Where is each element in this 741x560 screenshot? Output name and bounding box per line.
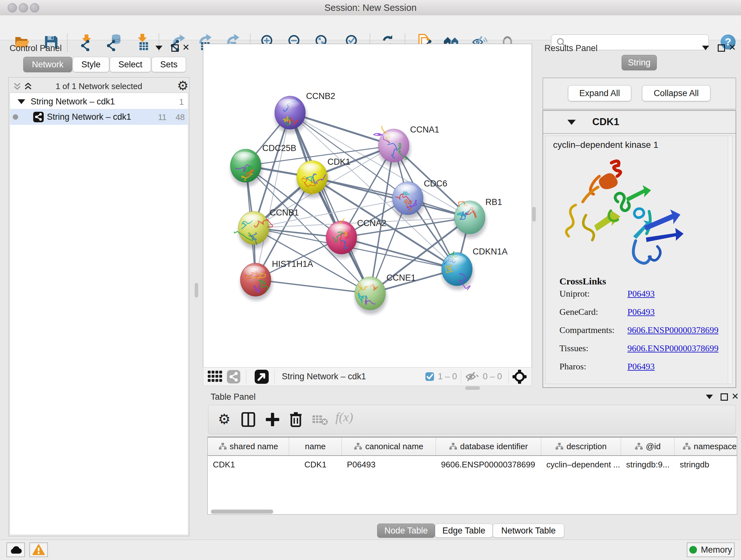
warning-status-button[interactable]: [29, 543, 48, 557]
node-label-CDC25B: CDC25B: [262, 143, 296, 153]
table-delete-column-icon-disabled: [313, 414, 328, 426]
column-header-name[interactable]: name: [289, 437, 342, 455]
crosslink-link[interactable]: 9606.ENSP00000378699: [627, 343, 718, 354]
node-label-CCNE1: CCNE1: [387, 273, 416, 283]
column-header-canonical-name[interactable]: canonical name: [342, 437, 436, 455]
crosslink-link[interactable]: P06493: [627, 307, 655, 317]
crosslink-label: Tissues:: [559, 343, 589, 354]
network-node-CDC25B[interactable]: CDC25B: [230, 143, 296, 186]
network-canvas[interactable]: CCNB2 CCNA1 CDC25B CDK1 CDC6: [203, 44, 532, 368]
results-panel-menu-icon[interactable]: [702, 46, 709, 50]
node-label-CDK1: CDK1: [327, 157, 350, 167]
open-in-new-window-icon[interactable]: [255, 370, 269, 384]
column-header--id[interactable]: @id: [621, 437, 675, 455]
left-splitter-handle[interactable]: [195, 283, 198, 298]
window-title: Session: New Session: [325, 3, 417, 13]
crosslink-row: Uniprot: P06493: [545, 289, 724, 301]
table-cell: 9606.ENSP00000378699: [436, 460, 541, 470]
network-node-CCNB1[interactable]: CCNB1: [234, 208, 299, 249]
control-panel-close-icon[interactable]: ✕: [182, 44, 190, 51]
table-panel-close-icon[interactable]: ✕: [731, 393, 739, 400]
table-cell: stringdb:9...: [621, 460, 675, 470]
table-row[interactable]: CDK1CDK1P064939606.ENSP00000378699cyclin…: [208, 456, 737, 473]
network-collection-row[interactable]: String Network – cdk1 1: [10, 94, 187, 109]
network-node-CDK1[interactable]: CDK1: [297, 157, 350, 198]
network-node-CDC6[interactable]: CDC6: [393, 179, 448, 219]
table-panel-float-icon[interactable]: [721, 393, 728, 401]
column-type-icon: [683, 442, 691, 450]
results-entry-header[interactable]: CDK1: [543, 111, 736, 134]
table-gear-icon[interactable]: ⚙: [218, 411, 230, 427]
network-node-CCNA1[interactable]: CCNA1: [374, 125, 440, 166]
node-table: shared namename canonical name database …: [207, 437, 737, 515]
network-node-HIST1H1A[interactable]: HIST1H1A: [240, 259, 313, 300]
memory-button[interactable]: Memory: [687, 543, 735, 557]
table-toolbar: ⚙ f(x): [208, 405, 736, 434]
control-panel-float-icon[interactable]: [172, 44, 179, 52]
results-scrollbar-track[interactable]: [728, 136, 732, 384]
crosslink-row: GeneCard: P06493: [545, 307, 724, 320]
column-header-shared-name[interactable]: shared name: [208, 437, 289, 455]
import-network-database-icon[interactable]: [105, 33, 123, 51]
hidden-eye-icon[interactable]: [465, 371, 479, 382]
entry-collapse-icon[interactable]: [567, 120, 576, 125]
window-minimize-traffic-light[interactable]: [19, 3, 28, 12]
tab-select[interactable]: Select: [110, 57, 151, 72]
table-hscrollbar-thumb[interactable]: [211, 509, 273, 514]
right-splitter-handle[interactable]: [532, 207, 536, 222]
results-panel-float-icon[interactable]: [718, 44, 725, 52]
network-view-title: String Network – cdk1: [282, 372, 366, 381]
table-add-icon[interactable]: [265, 412, 280, 427]
table-cell: CDK1: [289, 460, 342, 470]
tab-network[interactable]: Network: [23, 57, 72, 72]
table-delete-icon[interactable]: [289, 412, 303, 428]
tab-network-table[interactable]: Network Table: [493, 523, 564, 538]
table-columns-icon[interactable]: [241, 412, 256, 427]
network-panel-gear-icon[interactable]: ⚙: [177, 78, 189, 93]
column-header-namespace[interactable]: namespace: [675, 437, 737, 455]
network-node-CDKN1A[interactable]: CDKN1A: [442, 247, 508, 290]
import-network-file-icon[interactable]: [78, 33, 96, 51]
bottom-splitter-handle[interactable]: [465, 386, 480, 390]
collection-expand-icon[interactable]: [17, 99, 25, 104]
network-node-CCNE1[interactable]: CCNE1: [355, 273, 416, 314]
selected-checkbox-icon[interactable]: [425, 372, 434, 381]
window-zoom-traffic-light[interactable]: [30, 3, 39, 12]
node-label-CCNA1: CCNA1: [410, 125, 440, 134]
memory-status-dot-icon: [689, 546, 697, 554]
column-type-icon: [449, 442, 457, 450]
crosslink-link[interactable]: 9606.ENSP00000378699: [627, 325, 718, 335]
network-node-RB1[interactable]: RB1: [455, 197, 502, 238]
crosslink-link[interactable]: P06493: [627, 289, 655, 299]
collapse-all-button[interactable]: Collapse All: [642, 85, 711, 101]
window-titlebar: Session: New Session: [0, 0, 741, 16]
crosslink-label: GeneCard:: [559, 307, 598, 317]
window-close-traffic-light[interactable]: [8, 3, 17, 12]
import-table-file-icon[interactable]: [134, 33, 151, 51]
results-buttons-box: Expand All Collapse All: [542, 78, 736, 110]
table-panel-menu-icon[interactable]: [706, 395, 713, 399]
network-row-selected[interactable]: String Network – cdk1 11 48: [10, 109, 188, 125]
tab-sets[interactable]: Sets: [151, 57, 186, 72]
expand-all-button[interactable]: Expand All: [568, 85, 631, 101]
results-panel-close-icon[interactable]: ✕: [729, 44, 736, 51]
tab-node-table[interactable]: Node Table: [377, 523, 435, 538]
grid-view-icon[interactable]: [208, 371, 222, 383]
fit-selected-crosshair-icon[interactable]: [513, 370, 527, 384]
share-network-icon[interactable]: [227, 370, 240, 383]
network-edge-CCNB2-HIST1H1A[interactable]: [256, 113, 290, 280]
crosslink-link[interactable]: P06493: [627, 361, 655, 372]
tab-edge-table[interactable]: Edge Table: [435, 523, 493, 538]
results-entry-content: cyclin–dependent kinase 1 CrossLinks Uni…: [545, 136, 732, 384]
control-panel-menu-icon[interactable]: [155, 46, 162, 50]
cloud-status-button[interactable]: [6, 543, 25, 557]
network-edge-HIST1H1A-CCNE1[interactable]: [256, 280, 370, 294]
tab-style[interactable]: Style: [73, 57, 109, 72]
crosslink-label: Pharos:: [559, 361, 586, 372]
column-header-description[interactable]: description: [541, 437, 621, 455]
entry-description: cyclin–dependent kinase 1: [553, 140, 658, 150]
column-header-database-identifier[interactable]: database identifier: [436, 437, 541, 455]
control-panel-tabs: NetworkStyleSelectSets: [23, 57, 186, 72]
results-tab-string[interactable]: String: [622, 55, 657, 70]
crosslink-label: Compartments:: [559, 325, 615, 335]
